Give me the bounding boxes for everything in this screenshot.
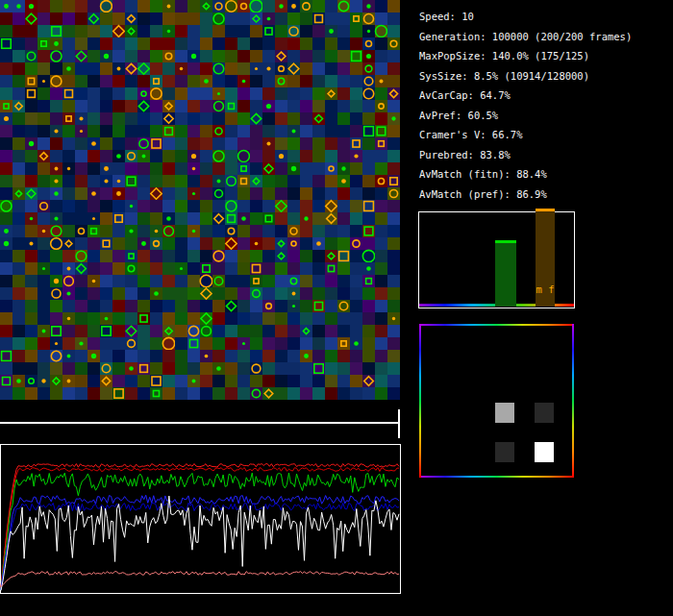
frame-progress-track[interactable] <box>0 422 399 424</box>
matrix-hue-border-left <box>419 324 421 478</box>
matrix-cell-0-1 <box>535 403 554 423</box>
population-bar-m <box>495 240 516 307</box>
history-plot-canvas <box>0 444 401 594</box>
population-bar-cap-f <box>536 209 555 211</box>
stat-avmatch-fitn: AvMatch (fitn): 88.4% <box>419 164 673 185</box>
stat-avpref: AvPref: 60.5% <box>419 106 673 126</box>
matrix-hue-border-right <box>572 324 574 478</box>
stat-purebred: Purebred: 83.8% <box>419 145 673 165</box>
population-bar-chart: m f <box>418 211 575 308</box>
mating-matrix-chart <box>419 324 574 478</box>
stat-maxpopsize: MaxPopSize: 140.0% (175/125) <box>419 46 673 66</box>
population-bar-cap-m <box>495 240 516 243</box>
stats-panel: Speed: 10 Generation: 100000 (200/200 fr… <box>419 7 673 204</box>
matrix-cell-0-0 <box>495 403 514 423</box>
frame-progress-thumb[interactable] <box>398 409 400 438</box>
matrix-hue-border-top <box>419 324 574 326</box>
stat-avmatch-pref: AvMatch (pref): 86.9% <box>419 185 673 205</box>
stat-avcarcap: AvCarCap: 64.7% <box>419 86 673 106</box>
simulation-window: Speed: 10 Generation: 100000 (200/200 fr… <box>0 0 673 616</box>
matrix-hue-border-bottom <box>419 476 574 478</box>
world-grid-canvas[interactable] <box>0 0 400 400</box>
matrix-cell-1-1 <box>535 442 554 462</box>
stat-syssize: SysSize: 8.5% (10914/128000) <box>419 66 673 86</box>
matrix-cell-1-0 <box>495 442 514 462</box>
bar-chart-label: m f <box>536 283 555 295</box>
stat-speed: Speed: 10 <box>419 7 673 27</box>
stat-cramers-v: Cramer's V: 66.7% <box>419 125 673 145</box>
stat-generation: Generation: 100000 (200/200 frames) <box>419 27 673 47</box>
